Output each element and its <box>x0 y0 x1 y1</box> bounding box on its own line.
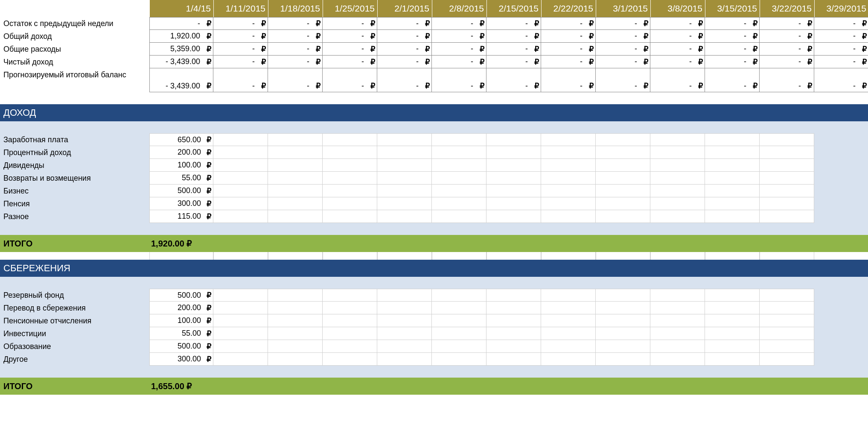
item-cell[interactable] <box>650 197 705 210</box>
item-cell[interactable] <box>541 172 596 185</box>
item-cell[interactable] <box>705 314 760 327</box>
item-cell[interactable] <box>323 159 377 172</box>
item-cell[interactable] <box>377 327 432 340</box>
item-cell[interactable] <box>323 197 377 210</box>
item-cell[interactable] <box>596 210 650 223</box>
item-cell[interactable] <box>432 159 486 172</box>
item-cell[interactable] <box>377 172 432 185</box>
item-cell[interactable] <box>432 340 486 353</box>
header-date-5[interactable]: 2/8/2015 <box>432 0 486 17</box>
item-cell[interactable] <box>486 159 541 172</box>
item-cell[interactable] <box>650 289 705 302</box>
item-cell[interactable]: 300.00₽ <box>149 353 213 366</box>
item-cell[interactable] <box>650 302 705 314</box>
item-cell[interactable] <box>596 327 650 340</box>
item-cell[interactable]: 100.00₽ <box>149 314 213 327</box>
summary-cell[interactable]: - ₽ <box>377 17 432 30</box>
item-cell[interactable] <box>213 340 268 353</box>
item-cell[interactable] <box>650 327 705 340</box>
item-cell[interactable] <box>377 133 432 146</box>
item-cell[interactable] <box>760 172 814 185</box>
item-cell[interactable] <box>323 314 377 327</box>
header-date-8[interactable]: 3/1/2015 <box>596 0 650 17</box>
item-cell[interactable] <box>486 340 541 353</box>
item-cell[interactable] <box>268 340 323 353</box>
summary-cell[interactable]: - ₽ <box>814 43 868 56</box>
summary-cell[interactable]: - ₽ <box>377 68 432 92</box>
summary-cell[interactable]: - ₽ <box>213 43 268 56</box>
item-cell[interactable] <box>377 185 432 197</box>
item-cell[interactable] <box>486 146 541 159</box>
item-cell[interactable] <box>596 133 650 146</box>
item-cell[interactable]: 200.00₽ <box>149 302 213 314</box>
item-cell[interactable] <box>432 314 486 327</box>
item-cell[interactable] <box>432 172 486 185</box>
item-cell[interactable] <box>268 197 323 210</box>
summary-cell[interactable]: - ₽ <box>596 43 650 56</box>
summary-cell[interactable]: - ₽ <box>814 56 868 68</box>
item-cell[interactable] <box>596 197 650 210</box>
item-cell[interactable] <box>268 146 323 159</box>
item-cell[interactable] <box>323 353 377 366</box>
item-cell[interactable] <box>213 146 268 159</box>
item-cell[interactable] <box>213 172 268 185</box>
summary-cell[interactable]: - ₽ <box>650 68 705 92</box>
header-date-9[interactable]: 3/8/2015 <box>650 0 705 17</box>
item-cell[interactable] <box>486 185 541 197</box>
summary-cell[interactable]: - 3,439.00₽ <box>149 56 213 68</box>
item-cell[interactable] <box>268 159 323 172</box>
item-cell[interactable] <box>541 159 596 172</box>
header-date-10[interactable]: 3/15/2015 <box>705 0 760 17</box>
item-cell[interactable] <box>705 353 760 366</box>
item-cell[interactable] <box>541 185 596 197</box>
item-cell[interactable] <box>377 146 432 159</box>
summary-cell[interactable]: - ₽ <box>486 68 541 92</box>
summary-cell[interactable]: - ₽ <box>323 30 377 43</box>
summary-cell[interactable]: - ₽ <box>213 17 268 30</box>
summary-cell[interactable]: - ₽ <box>432 30 486 43</box>
summary-cell[interactable]: - ₽ <box>705 43 760 56</box>
header-date-6[interactable]: 2/15/2015 <box>486 0 541 17</box>
item-cell[interactable] <box>541 340 596 353</box>
summary-cell[interactable]: - ₽ <box>814 30 868 43</box>
item-cell[interactable] <box>432 353 486 366</box>
summary-cell[interactable]: - ₽ <box>213 68 268 92</box>
item-cell[interactable] <box>213 327 268 340</box>
item-cell[interactable] <box>486 197 541 210</box>
item-cell[interactable] <box>486 172 541 185</box>
item-cell[interactable]: 500.00₽ <box>149 289 213 302</box>
item-cell[interactable] <box>432 302 486 314</box>
summary-cell[interactable]: - ₽ <box>149 17 213 30</box>
summary-cell[interactable]: 5,359.00₽ <box>149 43 213 56</box>
summary-cell[interactable]: - ₽ <box>705 17 760 30</box>
item-cell[interactable] <box>268 172 323 185</box>
item-cell[interactable] <box>705 172 760 185</box>
summary-cell[interactable]: 1,920.00₽ <box>149 30 213 43</box>
summary-cell[interactable]: - ₽ <box>596 56 650 68</box>
header-date-1[interactable]: 1/11/2015 <box>213 0 268 17</box>
item-cell[interactable] <box>323 327 377 340</box>
summary-cell[interactable]: - ₽ <box>323 56 377 68</box>
item-cell[interactable] <box>596 172 650 185</box>
item-cell[interactable] <box>432 289 486 302</box>
item-cell[interactable] <box>541 133 596 146</box>
item-cell[interactable] <box>323 302 377 314</box>
item-cell[interactable] <box>432 133 486 146</box>
item-cell[interactable] <box>377 302 432 314</box>
summary-cell[interactable]: - ₽ <box>596 30 650 43</box>
summary-cell[interactable]: - ₽ <box>486 30 541 43</box>
item-cell[interactable] <box>323 340 377 353</box>
item-cell[interactable] <box>760 197 814 210</box>
item-cell[interactable] <box>596 159 650 172</box>
summary-cell[interactable]: - 3,439.00₽ <box>149 68 213 92</box>
item-cell[interactable]: 115.00₽ <box>149 210 213 223</box>
item-cell[interactable] <box>650 340 705 353</box>
item-cell[interactable] <box>213 197 268 210</box>
summary-cell[interactable]: - ₽ <box>432 43 486 56</box>
item-cell[interactable] <box>213 159 268 172</box>
header-date-3[interactable]: 1/25/2015 <box>323 0 377 17</box>
summary-cell[interactable]: - ₽ <box>596 17 650 30</box>
item-cell[interactable] <box>541 289 596 302</box>
item-cell[interactable] <box>541 353 596 366</box>
item-cell[interactable] <box>213 353 268 366</box>
